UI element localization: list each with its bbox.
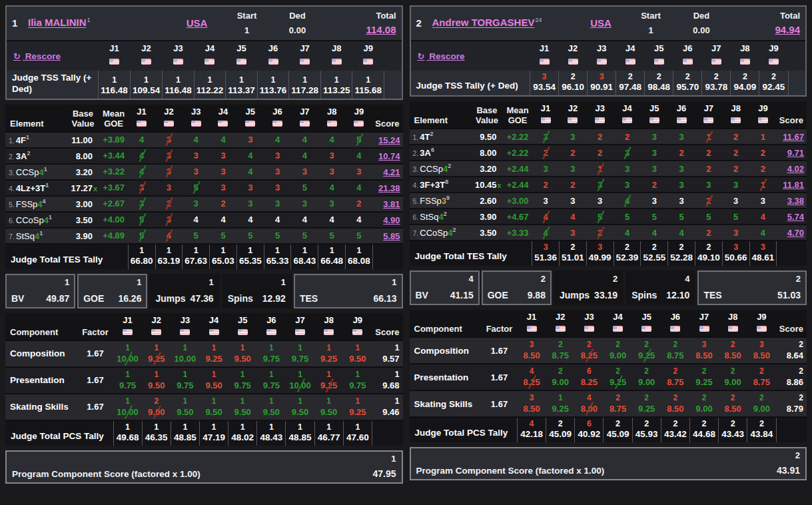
component-value: 9.75 xyxy=(348,380,366,391)
element-score-link[interactable]: 9.71 xyxy=(787,148,804,158)
country-link[interactable]: USA xyxy=(590,17,611,29)
total-score-link[interactable]: 94.94 xyxy=(775,24,800,35)
element-score-link[interactable]: 4.21 xyxy=(383,167,400,177)
judge-column-header: J9 xyxy=(759,41,788,71)
us-flag-icon xyxy=(363,59,373,65)
element-superscript: 1 xyxy=(44,166,47,173)
element-name: 5.FSSp39 xyxy=(410,193,471,209)
skater-header: 1Ilia MALININ1USAStart1Ded0.00Total114.0… xyxy=(7,7,402,40)
factor-header: Factor xyxy=(482,310,518,337)
judge-label: J9 xyxy=(749,312,775,322)
judge-goe-cell: 2 xyxy=(749,161,777,177)
judge-tally-cell: 442.18 xyxy=(518,417,546,442)
judge-goe-cell: 3 xyxy=(641,145,668,161)
judge-label: J7 xyxy=(696,103,721,113)
tally-rank: 1 xyxy=(228,75,255,85)
goe-value: 2 xyxy=(624,132,630,142)
judge-goe-cell: 3 xyxy=(560,225,587,241)
element-name: 2.3A6 xyxy=(410,145,471,161)
element-header: Element xyxy=(5,105,67,132)
goe-value: 2 xyxy=(705,196,711,206)
judge-goe-cell: 4 xyxy=(291,132,318,148)
tally-rank: 3 xyxy=(590,72,613,82)
judge-label: J1 xyxy=(534,103,558,113)
element-score-link[interactable]: 11.81 xyxy=(783,180,804,190)
us-flag-icon xyxy=(584,326,594,332)
judge-component-cell: 110.00 xyxy=(113,340,142,367)
element-row: 5.FSSp443.00+2.673232333323.81 xyxy=(5,196,403,212)
mean-goe-header: Mean GOE xyxy=(99,105,128,132)
tally-value: 48.61 xyxy=(752,252,775,263)
summary-rank: 1 xyxy=(300,277,397,287)
start-number: Start1 xyxy=(629,9,672,37)
element-score-link[interactable]: 3.38 xyxy=(787,196,804,206)
judge-goe-cell: 5 xyxy=(586,209,613,225)
component-rank: 2 xyxy=(689,393,718,403)
element-score: 5.85 xyxy=(372,228,402,244)
country-link[interactable]: USA xyxy=(187,17,208,29)
element-score-link[interactable]: 11.67 xyxy=(783,132,804,142)
goe-value: 3 xyxy=(220,183,226,193)
element-score-link[interactable]: 4.90 xyxy=(383,215,400,225)
tally-value: 49.68 xyxy=(116,432,140,443)
judge-goe-cell: 3 xyxy=(236,196,264,212)
element-score-link[interactable]: 10.74 xyxy=(378,151,400,161)
element-score-link[interactable]: 5.85 xyxy=(383,231,400,241)
rescore-button[interactable]: ↻ Rescore xyxy=(13,51,61,61)
element-score-link[interactable]: 21.38 xyxy=(378,183,400,193)
element-score-link[interactable]: 15.24 xyxy=(378,135,400,145)
judge-component-cell: 19.50 xyxy=(199,367,228,394)
skater-name-link[interactable]: Andrew TORGASHEV xyxy=(432,17,535,29)
tally-value: 66.80 xyxy=(131,256,153,266)
judge-label: J9 xyxy=(761,43,787,53)
goe-value: 3 xyxy=(247,183,253,193)
judge-tally-cell: 165.03 xyxy=(210,244,237,269)
judge-label: J7 xyxy=(292,107,317,117)
component-factor: 1.67 xyxy=(482,337,518,364)
judge-goe-cell: 2 xyxy=(586,145,613,161)
us-flag-icon xyxy=(622,117,632,123)
judge-label: J2 xyxy=(131,43,161,53)
element-score: 3.38 xyxy=(777,193,807,209)
goe-value: 2 xyxy=(705,164,711,174)
base-value-header: Base Value xyxy=(67,105,99,132)
summary-label: TES xyxy=(703,290,721,300)
judge-label: J6 xyxy=(258,315,284,325)
judge-component-cell: 19.25 xyxy=(546,390,575,417)
mean-goe: +2.22 xyxy=(503,129,532,145)
goe-value: 4 xyxy=(220,135,226,145)
component-rank: 1 xyxy=(343,370,372,380)
us-flag-icon xyxy=(173,59,183,65)
element-score-link[interactable]: 5.74 xyxy=(787,212,804,222)
element-score-link[interactable]: 3.81 xyxy=(383,199,400,209)
judge-component-cell: 110.00 xyxy=(286,367,314,394)
element-code: 4T xyxy=(420,132,430,142)
summary-rank: 2 xyxy=(488,274,546,284)
total-score-link[interactable]: 114.08 xyxy=(366,24,396,35)
skater-name-link[interactable]: Ilia MALININ xyxy=(28,17,87,29)
element-score-link[interactable]: 4.02 xyxy=(787,164,804,174)
goe-value: 4 xyxy=(247,215,253,225)
judge-column-header: J5 xyxy=(632,310,661,337)
us-flag-icon xyxy=(769,59,779,65)
judge-column-header: J2 xyxy=(559,41,588,71)
goe-value: 3 xyxy=(329,151,335,161)
judge-column-header: J1 xyxy=(99,41,131,71)
us-flag-icon xyxy=(731,117,741,123)
component-value: 8.00 xyxy=(580,403,598,414)
component-value: 8.75 xyxy=(666,350,684,361)
total-score: Total94.94 xyxy=(731,9,800,37)
rescore-button[interactable]: ↻ Rescore xyxy=(418,51,465,61)
skater-name: Ilia MALININ1 xyxy=(28,17,169,29)
goe-value: 4 xyxy=(139,135,145,145)
goe-value: 3 xyxy=(193,167,199,177)
bonus-x-flag: x xyxy=(497,181,503,189)
goe-value: 3 xyxy=(651,132,657,142)
component-rank: 2 xyxy=(604,393,632,403)
component-rank: 3 xyxy=(747,340,776,350)
tally-value: 68.08 xyxy=(348,256,370,266)
element-score-link[interactable]: 4.70 xyxy=(787,228,804,238)
judge-goe-cell: 3 xyxy=(183,196,210,212)
judge-goe-cell: 4 xyxy=(210,212,237,228)
base-value: 3.90 xyxy=(470,209,503,225)
